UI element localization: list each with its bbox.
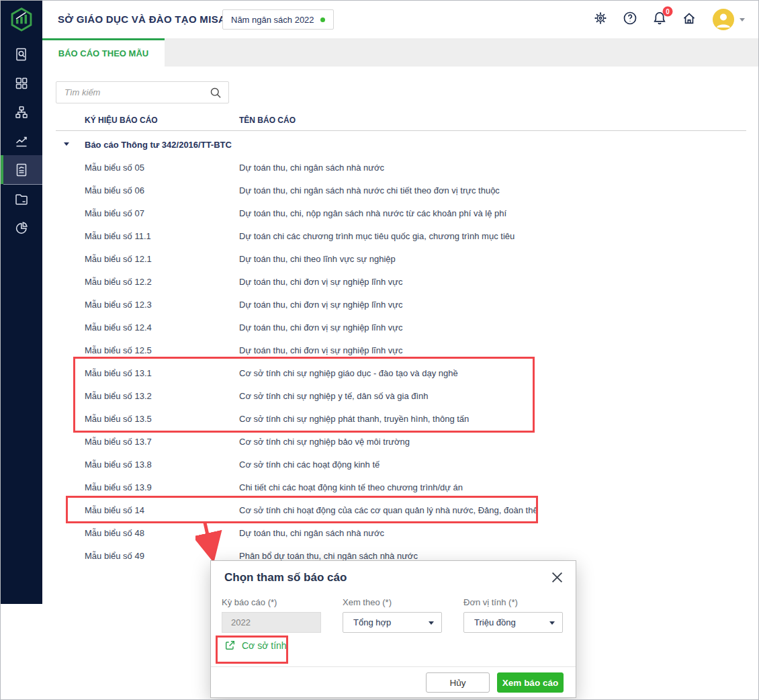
report-rows: Mẫu biểu số 05 Dự toán thu, chi ngân sác… [56, 156, 746, 567]
search-icon[interactable] [210, 87, 222, 102]
table-header: KÝ HIỆU BÁO CÁO TÊN BÁO CÁO [56, 111, 746, 131]
budget-year-selector[interactable]: Năm ngân sách 2022 [222, 9, 334, 30]
report-name: Cơ sở tính chi sự nghiệp y tế, dân số và… [239, 391, 429, 401]
report-name: Dự toán thu, chi đơn vị sự nghiệp lĩnh v… [239, 345, 402, 355]
table-row[interactable]: Mẫu biểu số 12.4 Dự toán thu, chi đơn vị… [56, 316, 746, 339]
search-box [56, 81, 229, 103]
report-name: Dự toán thu, chi ngân sách nhà nước [239, 528, 384, 538]
report-name: Cơ sở tính chi sự nghiệp bảo vệ môi trườ… [239, 437, 410, 447]
table-row[interactable]: Mẫu biểu số 13.7 Cơ sở tính chi sự nghiệ… [56, 430, 746, 453]
report-code: Mẫu biểu số 06 [85, 185, 144, 195]
table-row[interactable]: Mẫu biểu số 12.3 Dự toán thu, chi đơn vị… [56, 293, 746, 316]
sidebar-item-analytics[interactable] [1, 126, 42, 155]
report-name: Cơ sở tính chi sự nghiệp phát thanh, tru… [239, 414, 469, 424]
report-name: Chi tiết chi các hoạt động kinh tế theo … [239, 482, 463, 492]
misa-logo-icon[interactable] [7, 5, 36, 34]
report-code: Mẫu biểu số 13.2 [85, 391, 152, 401]
co-so-tinh-link[interactable]: Cơ sở tính [224, 640, 287, 651]
sidebar-item-documents[interactable] [1, 184, 42, 213]
report-code: Mẫu biểu số 13.8 [85, 460, 152, 470]
report-code: Mẫu biểu số 12.4 [85, 322, 152, 333]
column-header-code: KÝ HIỆU BÁO CÁO [85, 116, 158, 125]
report-group-label: Báo cáo Thông tư 342/2016/TT-BTC [85, 140, 232, 150]
report-name: Dự toán thu, chi đơn vị sự nghiệp lĩnh v… [239, 300, 402, 310]
search-input[interactable] [56, 82, 228, 103]
settings-gear-icon[interactable] [594, 11, 608, 28]
dialog-title: Chọn tham số báo cáo [224, 571, 347, 584]
tab-label: BÁO CÁO THEO MẪU [58, 48, 148, 58]
report-code: Mẫu biểu số 11.1 [85, 231, 151, 241]
table-row[interactable]: Mẫu biểu số 06 Dự toán thu, chi ngân sác… [56, 179, 746, 202]
table-row[interactable]: Mẫu biểu số 13.8 Cơ sở tính chi các hoạt… [56, 453, 746, 476]
report-code: Mẫu biểu số 12.1 [85, 254, 152, 264]
report-name: Dự toán thu, chi ngân sách nhà nước [239, 163, 384, 173]
sidebar-item-lookup[interactable] [1, 40, 42, 69]
user-avatar[interactable] [713, 9, 734, 30]
table-row[interactable]: Mẫu biểu số 12.5 Dự toán thu, chi đơn vị… [56, 339, 746, 361]
help-icon[interactable] [623, 11, 637, 28]
report-name: Dự toán thu, chi ngân sách nhà nước chi … [239, 185, 500, 195]
report-name: Dự toán chi các chương trình mục tiêu qu… [239, 231, 515, 241]
viewby-field-label: Xem theo (*) [343, 597, 392, 607]
co-so-tinh-label: Cơ sở tính [242, 640, 287, 651]
sidebar [1, 1, 42, 604]
sidebar-nav [1, 40, 42, 242]
table-row[interactable]: Mẫu biểu số 07 Dự toán thu, chi, nộp ngâ… [56, 202, 746, 224]
report-name: Dự toán thu, chi đơn vị sự nghiệp lĩnh v… [239, 322, 402, 333]
viewby-selected-value: Tổng hợp [353, 617, 391, 627]
report-code: Mẫu biểu số 05 [85, 163, 144, 173]
report-code: Mẫu biểu số 12.5 [85, 345, 152, 355]
table-row[interactable]: Mẫu biểu số 11.1 Dự toán chi các chương … [56, 224, 746, 247]
tab-strip: BÁO CÁO THEO MẪU [42, 38, 759, 67]
report-code: Mẫu biểu số 49 [85, 551, 144, 561]
app-screen: SỞ GIÁO DỤC VÀ ĐÀO TẠO MISA Năm ngân sác… [0, 0, 759, 700]
report-name: Cơ sở tính chi hoạt động của các cơ quan… [239, 505, 538, 515]
column-header-name: TÊN BÁO CÁO [239, 116, 296, 125]
report-code: Mẫu biểu số 12.2 [85, 277, 152, 287]
table-row[interactable]: Mẫu biểu số 13.2 Cơ sở tính chi sự nghiệ… [56, 384, 746, 407]
table-row[interactable]: Mẫu biểu số 12.1 Dự toán thu, chi theo l… [56, 247, 746, 270]
report-name: Cơ sở tính chi sự nghiệp giáo dục - đào … [239, 368, 458, 378]
report-name: Dự toán thu, chi đơn vị sự nghiệp lĩnh v… [239, 277, 402, 287]
report-code: Mẫu biểu số 14 [85, 505, 144, 515]
dialog-footer: Hủy Xem báo cáo [211, 666, 576, 697]
viewby-select[interactable]: Tổng hợp [343, 612, 442, 633]
report-parameters-dialog: Chọn tham số báo cáo Kỳ báo cáo (*) Xem … [210, 560, 576, 698]
report-group-row[interactable]: Báo cáo Thông tư 342/2016/TT-BTC [56, 133, 746, 156]
external-link-icon [224, 640, 236, 651]
report-name: Phân bổ dự toán thu, chi ngân sách nhà n… [239, 551, 418, 561]
report-code: Mẫu biểu số 13.5 [85, 414, 152, 424]
sidebar-item-statistics[interactable] [1, 213, 42, 242]
report-code: Mẫu biểu số 12.3 [85, 300, 152, 310]
budget-year-label: Năm ngân sách 2022 [231, 15, 314, 25]
table-row[interactable]: Mẫu biểu số 13.5 Cơ sở tính chi sự nghiệ… [56, 407, 746, 430]
table-row[interactable]: Mẫu biểu số 48 Dự toán thu, chi ngân sác… [56, 521, 746, 544]
report-name: Dự toán thu, chi theo lĩnh vực sự nghiệp [239, 254, 396, 264]
collapse-caret-icon[interactable] [64, 142, 69, 146]
table-row[interactable]: Mẫu biểu số 14 Cơ sở tính chi hoạt động … [56, 498, 746, 521]
cancel-button[interactable]: Hủy [426, 672, 490, 693]
sidebar-item-dashboard[interactable] [1, 69, 42, 97]
table-row[interactable]: Mẫu biểu số 13.9 Chi tiết chi các hoạt đ… [56, 476, 746, 498]
avatar-dropdown-caret-icon[interactable] [740, 18, 745, 21]
tab-bao-cao-theo-mau[interactable]: BÁO CÁO THEO MẪU [42, 38, 165, 67]
report-code: Mẫu biểu số 07 [85, 208, 144, 218]
unit-selected-value: Triệu đồng [474, 617, 516, 627]
sidebar-item-organization[interactable] [1, 97, 42, 126]
notification-badge: 0 [663, 7, 673, 17]
unit-select[interactable]: Triệu đồng [463, 612, 563, 633]
notification-bell-icon[interactable]: 0 [653, 11, 667, 28]
view-report-button[interactable]: Xem báo cáo [497, 672, 564, 693]
table-row[interactable]: Mẫu biểu số 13.1 Cơ sở tính chi sự nghiệ… [56, 361, 746, 384]
table-row[interactable]: Mẫu biểu số 05 Dự toán thu, chi ngân sác… [56, 156, 746, 179]
home-icon[interactable] [682, 11, 697, 28]
report-name: Dự toán thu, chi, nộp ngân sách nhà nước… [239, 208, 506, 218]
close-icon[interactable] [551, 572, 564, 584]
report-code: Mẫu biểu số 13.7 [85, 437, 152, 447]
table-row[interactable]: Mẫu biểu số 12.2 Dự toán thu, chi đơn vị… [56, 270, 746, 293]
period-field-label: Kỳ báo cáo (*) [222, 597, 277, 607]
period-field: 2022 [222, 612, 321, 633]
sidebar-item-reports[interactable] [1, 155, 42, 184]
report-code: Mẫu biểu số 48 [85, 528, 144, 538]
status-dot [320, 17, 325, 22]
